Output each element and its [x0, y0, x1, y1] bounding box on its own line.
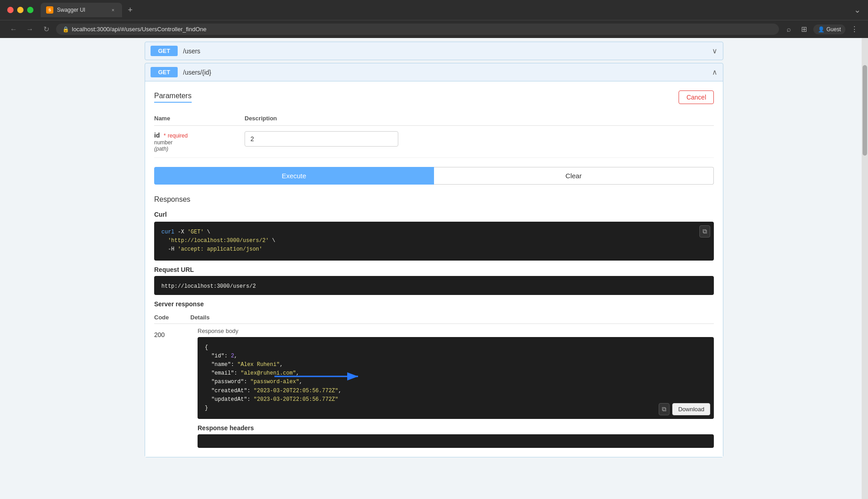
response-details: Response body { "id": 2, "name": "Alex R… — [198, 328, 714, 448]
param-desc-cell — [245, 131, 714, 147]
guest-profile-button[interactable]: 👤 Guest — [813, 24, 845, 34]
response-row: 200 Response body { "id": 2, "name": "Al… — [154, 328, 714, 448]
response-copy-button[interactable]: ⧉ — [659, 403, 670, 415]
tab-favicon: S — [46, 6, 53, 14]
traffic-lights — [7, 7, 33, 13]
code-column-header: Code — [154, 314, 190, 321]
execute-button[interactable]: Execute — [154, 167, 434, 185]
browser-menu: ⌕ ⊞ 👤 Guest ⋮ — [783, 23, 861, 36]
minimize-traffic-light[interactable] — [17, 7, 24, 13]
server-response-title: Server response — [154, 300, 714, 308]
browser-tab[interactable]: S Swagger UI × — [41, 3, 122, 17]
params-table-header: Name Description — [154, 111, 714, 126]
back-button[interactable]: ← — [7, 23, 20, 36]
profile-icon: 👤 — [818, 26, 825, 33]
endpoint-body: Parameters Cancel Name Description id * … — [145, 81, 723, 457]
users-endpoint-path: /users — [183, 48, 712, 55]
details-column-header: Details — [190, 314, 714, 321]
response-body-block: { "id": 2, "name": "Alex Ruheni", "email… — [198, 337, 714, 419]
param-required-text: required — [168, 133, 188, 139]
swagger-content: GET /users ∨ GET /users/{id} ∧ Parameter… — [0, 38, 868, 499]
close-traffic-light[interactable] — [7, 7, 14, 13]
users-id-endpoint-path: /users/{id} — [183, 69, 712, 76]
param-name-cell: id * required number (path) — [154, 131, 245, 152]
param-name: id — [154, 132, 160, 139]
download-button[interactable]: Download — [672, 403, 710, 415]
browser-menu-button[interactable]: ⋮ — [848, 23, 861, 36]
param-location: (path) — [154, 146, 245, 152]
action-buttons: Execute Clear — [154, 167, 714, 185]
get-users-id-header[interactable]: GET /users/{id} ∧ — [145, 63, 723, 81]
curl-code-block: curl -X 'GET' \ 'http://localhost:3000/u… — [154, 222, 714, 261]
scrollbar-thumb[interactable] — [863, 65, 867, 156]
title-bar: S Swagger UI × + ⌄ — [0, 0, 868, 20]
tab-close-button[interactable]: × — [109, 6, 117, 14]
extensions-button[interactable]: ⊞ — [798, 23, 811, 36]
new-tab-button[interactable]: + — [124, 4, 137, 16]
guest-label: Guest — [826, 26, 841, 33]
tab-bar: S Swagger UI × + — [41, 3, 854, 17]
id-input[interactable] — [245, 131, 398, 147]
collapse-chevron: ∨ — [712, 47, 717, 55]
forward-button[interactable]: → — [24, 23, 36, 36]
param-required-star: * — [164, 133, 166, 139]
response-headers-block — [198, 434, 714, 448]
scrollbar-track[interactable] — [862, 38, 868, 499]
zoom-button[interactable]: ⌕ — [783, 23, 795, 36]
responses-title: Responses — [154, 195, 714, 204]
tab-title: Swagger UI — [57, 7, 106, 13]
curl-code: curl -X 'GET' \ 'http://localhost:3000/u… — [161, 228, 707, 254]
url-box[interactable]: 🔒 localhost:3000/api/#/users/UsersContro… — [56, 24, 779, 35]
clear-button[interactable]: Clear — [434, 167, 714, 185]
response-body-actions: ⧉ Download — [659, 403, 710, 415]
get-method-badge: GET — [151, 46, 178, 56]
browser-chrome: S Swagger UI × + ⌄ ← → ↻ 🔒 localhost:300… — [0, 0, 868, 38]
url-text: localhost:3000/api/#/users/UsersControll… — [72, 26, 207, 33]
get-id-method-badge: GET — [151, 67, 178, 77]
get-users-endpoint[interactable]: GET /users ∨ — [145, 42, 723, 60]
fullscreen-traffic-light[interactable] — [27, 7, 33, 13]
curl-copy-button[interactable]: ⧉ — [699, 225, 710, 238]
reload-button[interactable]: ↻ — [40, 23, 52, 36]
request-url-value: http://localhost:3000/users/2 — [161, 283, 256, 290]
parameters-header: Parameters Cancel — [154, 90, 714, 104]
arrow-annotation — [274, 370, 365, 383]
description-column-header: Description — [245, 115, 714, 122]
window-controls[interactable]: ⌄ — [854, 5, 861, 15]
lock-icon: 🔒 — [62, 26, 69, 33]
table-row: id * required number (path) — [154, 126, 714, 158]
parameters-table: Name Description id * required number (p… — [154, 111, 714, 158]
response-table-header: Code Details — [154, 311, 714, 324]
response-headers-label: Response headers — [198, 424, 714, 432]
name-column-header: Name — [154, 115, 245, 122]
parameters-title: Parameters — [154, 92, 192, 103]
address-bar: ← → ↻ 🔒 localhost:3000/api/#/users/Users… — [0, 20, 868, 38]
cancel-button[interactable]: Cancel — [679, 90, 714, 104]
response-code: 200 — [154, 328, 190, 338]
param-type: number — [154, 139, 245, 146]
request-url-label: Request URL — [154, 266, 714, 273]
response-body-label: Response body — [198, 328, 714, 334]
curl-label: Curl — [154, 211, 714, 218]
get-users-id-panel: GET /users/{id} ∧ Parameters Cancel Name… — [145, 63, 723, 457]
request-url-display: http://localhost:3000/users/2 — [154, 276, 714, 295]
collapse-chevron-id: ∧ — [712, 68, 717, 76]
